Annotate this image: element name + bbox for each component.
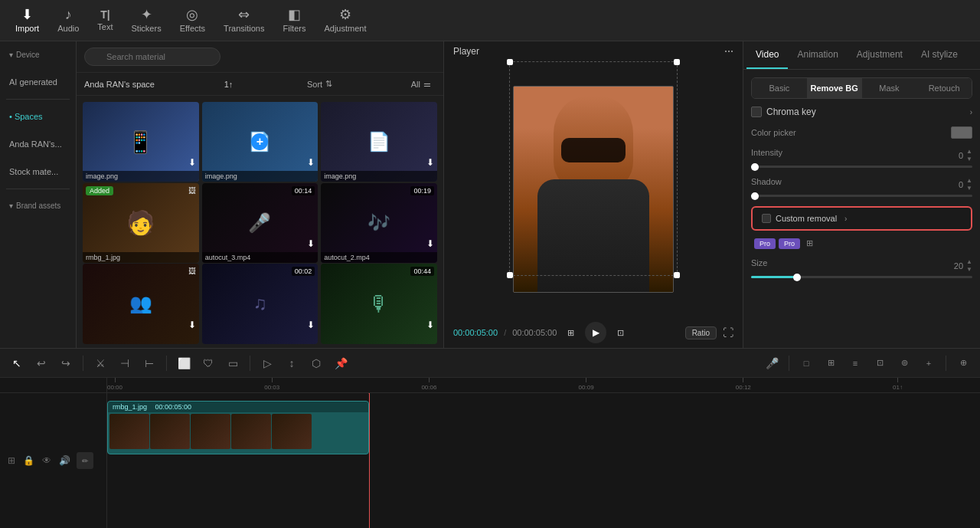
edit-button[interactable]: ✏ — [77, 452, 93, 469]
toolbar-audio[interactable]: ♪ Audio — [48, 5, 88, 36]
toolbar-filters[interactable]: ◧ Filters — [273, 5, 315, 36]
sidebar-item-anda-ran[interactable]: Anda RAN's... — [3, 132, 73, 156]
cursor-tool[interactable]: ↖ — [6, 353, 28, 374]
sidebar-item-spaces[interactable]: • Spaces — [3, 104, 73, 129]
download-icon-5[interactable]: ⬇ — [307, 238, 315, 249]
timeline-clip-1[interactable]: rmbg_1.jpg 00:00:05:00 — [107, 401, 369, 454]
search-input[interactable] — [84, 48, 220, 66]
sidebar-item-stock[interactable]: Stock mate... — [3, 159, 73, 184]
ratio-button[interactable]: Ratio — [685, 326, 717, 339]
frame-tool[interactable]: ▭ — [222, 353, 243, 374]
chroma-key-checkbox[interactable] — [751, 107, 762, 117]
shadow-slider[interactable] — [751, 195, 972, 197]
bg-opt-remove[interactable]: Remove BG — [807, 78, 862, 98]
media-label-2: image.png — [202, 171, 318, 182]
download-icon-7[interactable]: ⬇ — [188, 320, 196, 330]
view-v6[interactable]: + — [918, 353, 939, 374]
eye-button[interactable]: 👁 — [41, 454, 53, 467]
color-picker-swatch[interactable] — [951, 126, 972, 139]
all-button[interactable]: All ⚌ — [407, 77, 436, 90]
media-item-3[interactable]: 📄 ⬇ image.png — [321, 102, 437, 182]
sort-button[interactable]: Sort ⇅ — [302, 77, 337, 90]
size-up-arrow[interactable]: ▲ — [966, 258, 972, 265]
toolbar-transitions[interactable]: ⇔ Transitions — [214, 5, 273, 36]
main-area: ▾ Device AI generated • Spaces Anda RAN'… — [0, 41, 980, 348]
chroma-key-chevron[interactable]: › — [970, 108, 972, 116]
shadow-down-arrow[interactable]: ▼ — [966, 185, 972, 192]
download-icon-1[interactable]: ⬇ — [188, 157, 196, 168]
download-icon-6[interactable]: ⬇ — [426, 238, 434, 249]
split-tool-1[interactable]: ⚔ — [90, 353, 111, 374]
adjustment-icon: ⚙ — [339, 8, 351, 21]
custom-removal-checkbox[interactable] — [762, 214, 771, 223]
bg-opt-basic[interactable]: Basic — [752, 78, 807, 98]
media-item-1[interactable]: 📱 ⬇ image.png — [83, 102, 199, 182]
grid-view-btn[interactable]: ⊞ — [563, 326, 579, 339]
flip-tool[interactable]: ↕ — [281, 353, 302, 374]
media-item-2[interactable]: 📄 + ⬇ image.png — [202, 102, 318, 182]
resize-handle-bl[interactable] — [507, 272, 513, 278]
download-icon-3[interactable]: ⬇ — [426, 157, 434, 168]
tab-ai-stylize[interactable]: AI stylize — [912, 41, 967, 69]
toolbar-stickers[interactable]: ✦ Stickers — [122, 5, 171, 36]
custom-removal-button[interactable]: Custom removal › — [751, 206, 972, 231]
intensity-down-arrow[interactable]: ▼ — [966, 156, 972, 162]
fullscreen-button[interactable]: ⛶ — [723, 326, 733, 339]
shadow-up-arrow[interactable]: ▲ — [966, 177, 972, 184]
sidebar-item-device[interactable]: ▾ Device — [3, 43, 73, 67]
pro-toggle[interactable]: ⊞ — [806, 238, 813, 249]
view-v3[interactable]: ≡ — [844, 353, 866, 374]
zoom-button[interactable]: ⊕ — [952, 353, 974, 374]
media-item-5[interactable]: 🎤 00:14 ⬇ autocut_3.mp4 — [202, 183, 318, 263]
mic-button[interactable]: 🎤 — [761, 353, 782, 374]
size-thumb[interactable] — [793, 274, 801, 281]
resize-handle-br[interactable] — [674, 272, 680, 278]
transform-tool[interactable]: ⬡ — [305, 353, 327, 374]
download-icon-9[interactable]: ⬇ — [426, 320, 434, 330]
intensity-up-arrow[interactable]: ▲ — [966, 148, 972, 155]
toolbar-import[interactable]: ⬇ Import — [6, 5, 48, 36]
download-icon-2[interactable]: ⬇ — [307, 157, 315, 168]
split-tool-2[interactable]: ⊣ — [114, 353, 136, 374]
download-icon-8[interactable]: ⬇ — [307, 320, 315, 330]
view-v4[interactable]: ⊡ — [869, 353, 890, 374]
size-down-arrow[interactable]: ▼ — [966, 266, 972, 273]
playhead[interactable] — [369, 393, 370, 528]
forward-tool[interactable]: ▷ — [256, 353, 278, 374]
view-v2[interactable]: ⊞ — [820, 353, 841, 374]
media-item-9[interactable]: 🎙 00:44 ⬇ — [321, 264, 437, 343]
intensity-slider[interactable] — [751, 166, 972, 168]
tab-video[interactable]: Video — [746, 41, 788, 69]
redo-button[interactable]: ↪ — [55, 353, 77, 374]
sidebar-item-ai-generated[interactable]: AI generated — [3, 70, 73, 94]
crop-view-btn[interactable]: ⊡ — [612, 326, 629, 339]
crop-tool[interactable]: ⬜ — [173, 353, 194, 374]
split-tool-3[interactable]: ⊢ — [139, 353, 160, 374]
pin-tool[interactable]: 📌 — [330, 353, 351, 374]
play-button[interactable]: ▶ — [585, 322, 606, 343]
intensity-thumb[interactable] — [751, 163, 759, 171]
shield-tool[interactable]: 🛡 — [198, 353, 219, 374]
add-track-button[interactable]: ⊞ — [6, 454, 17, 467]
size-slider[interactable] — [751, 276, 972, 278]
bg-opt-mask[interactable]: Mask — [862, 78, 917, 98]
view-v5[interactable]: ⊚ — [893, 353, 915, 374]
sidebar-item-brand-assets[interactable]: ▾ Brand assets — [3, 194, 73, 218]
lock-button[interactable]: 🔒 — [21, 454, 36, 467]
audio-button[interactable]: 🔊 — [57, 454, 72, 467]
add-badge-2[interactable]: + — [251, 133, 268, 150]
shadow-thumb[interactable] — [751, 192, 759, 200]
player-menu-icon[interactable]: ⋯ — [724, 46, 733, 57]
tab-adjustment[interactable]: Adjustment — [848, 41, 912, 69]
tab-animation[interactable]: Animation — [788, 41, 847, 69]
bg-opt-retouch[interactable]: Retouch — [916, 78, 972, 98]
media-item-6[interactable]: 🎶 00:19 ⬇ autocut_2.mp4 — [321, 183, 437, 263]
view-v1[interactable]: □ — [795, 353, 817, 374]
toolbar-adjustment[interactable]: ⚙ Adjustment — [315, 5, 375, 36]
toolbar-text[interactable]: T| Text — [88, 6, 122, 34]
media-item-4[interactable]: 🧑 Added 🖼 rmbg_1.jpg — [83, 183, 199, 263]
media-item-7[interactable]: 👥 🖼 ⬇ — [83, 264, 199, 343]
undo-button[interactable]: ↩ — [31, 353, 52, 374]
toolbar-effects[interactable]: ◎ Effects — [171, 5, 214, 36]
media-item-8[interactable]: ♫ 00:02 ⬇ — [202, 264, 318, 343]
